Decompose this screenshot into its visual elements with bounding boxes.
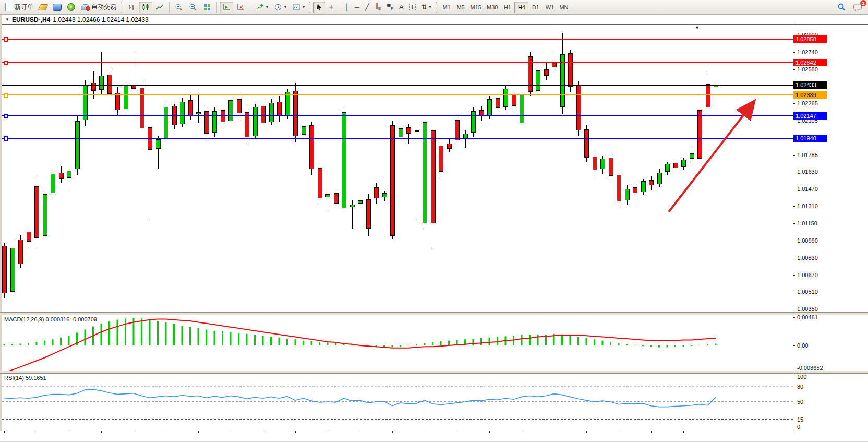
- market-watch-button[interactable]: [37, 2, 50, 13]
- x-axis-tick: [392, 431, 393, 433]
- timeframe-d1-button[interactable]: D1: [528, 2, 542, 13]
- bar-chart-button[interactable]: [125, 2, 138, 13]
- candle-body: [520, 95, 524, 123]
- candle-body: [261, 106, 266, 123]
- level-anchor-marker[interactable]: [4, 136, 8, 141]
- price-chart-area[interactable]: [2, 25, 793, 312]
- macd-histogram-bar: [327, 342, 329, 345]
- level-anchor-marker[interactable]: [4, 93, 8, 98]
- timeframe-h4-button[interactable]: H4: [514, 2, 528, 13]
- timeframe-m5-button[interactable]: M5: [454, 2, 468, 13]
- macd-histogram-bar: [246, 334, 248, 345]
- macd-histogram-bar: [691, 345, 692, 346]
- macd-histogram-bar: [707, 344, 708, 345]
- macd-histogram-bar: [497, 337, 498, 345]
- timeframe-m30-button[interactable]: M30: [484, 2, 500, 13]
- channel-button[interactable]: ∥E: [372, 2, 384, 13]
- candle-body: [228, 100, 233, 121]
- y-axis-tick-label: 1.02580: [797, 66, 818, 73]
- timeframe-m1-button[interactable]: M1: [440, 2, 454, 13]
- macd-histogram-bar: [610, 342, 611, 345]
- candle-body: [447, 144, 452, 149]
- trendline-button[interactable]: ╱: [363, 2, 372, 13]
- notifications-button[interactable]: 1: [851, 2, 865, 13]
- macd-histogram-bar: [189, 327, 191, 345]
- level-anchor-marker[interactable]: [4, 61, 8, 65]
- search-button[interactable]: [835, 2, 849, 13]
- macd-panel[interactable]: [2, 315, 793, 371]
- x-axis-tick: [360, 431, 360, 433]
- horizontal-level-line[interactable]: [2, 62, 793, 63]
- macd-histogram-bar: [11, 344, 13, 345]
- tile-windows-button[interactable]: [200, 2, 214, 13]
- auto-trading-button[interactable]: 自动交易: [78, 2, 119, 13]
- y-axis-tick: [793, 258, 795, 258]
- arrows-button[interactable]: ⇅▾: [419, 2, 434, 13]
- y-axis-tick: [793, 189, 795, 189]
- x-axis-tick: [166, 431, 166, 433]
- chart-shift-button[interactable]: [234, 2, 247, 13]
- y-axis-tick-label: 1.00990: [797, 237, 818, 244]
- indicators-button[interactable]: ▾: [253, 2, 271, 13]
- zoom-out-button[interactable]: [186, 2, 200, 13]
- toolbar-separator: [216, 2, 217, 13]
- vertical-line-button[interactable]: │: [342, 2, 351, 13]
- text-button[interactable]: A: [396, 2, 406, 13]
- candle-body: [180, 102, 185, 124]
- templates-button[interactable]: ▾: [290, 2, 307, 13]
- timeframe-w1-button[interactable]: W1: [542, 2, 557, 13]
- data-window-button[interactable]: [50, 2, 64, 13]
- macd-histogram-bar: [489, 338, 490, 345]
- toolbar-separator: [169, 2, 170, 13]
- macd-histogram-bar: [141, 318, 142, 345]
- candle-body: [269, 103, 274, 122]
- level-anchor-marker[interactable]: [4, 114, 8, 118]
- candlestick-chart-button[interactable]: [139, 2, 152, 13]
- crosshair-button[interactable]: +: [326, 2, 336, 13]
- macd-histogram-bar: [440, 341, 442, 345]
- macd-histogram-bar: [270, 337, 272, 345]
- x-axis-tick: [522, 431, 522, 433]
- candle-body: [487, 99, 492, 115]
- timeframe-m15-button[interactable]: M15: [468, 2, 484, 13]
- zoom-in-button[interactable]: [172, 2, 186, 13]
- template-icon: [292, 3, 300, 11]
- timeframe-h1-button[interactable]: H1: [500, 2, 514, 13]
- line-chart-button[interactable]: [153, 2, 166, 13]
- chart-shift-marker[interactable]: ▼: [695, 25, 700, 30]
- candle-body: [67, 171, 71, 178]
- new-order-icon: [5, 3, 13, 11]
- fibonacci-button[interactable]: ≡F: [384, 2, 395, 13]
- candle-body: [91, 83, 96, 90]
- timeframe-mn-button[interactable]: MN: [557, 2, 571, 13]
- rsi-panel[interactable]: [2, 374, 793, 431]
- horizontal-level-line[interactable]: [2, 94, 793, 95]
- new-order-button[interactable]: 新订单: [3, 2, 36, 13]
- horizontal-line-button[interactable]: ─: [352, 2, 362, 13]
- periods-button[interactable]: ▾: [271, 2, 289, 13]
- macd-label: MACD(12,26,9) 0.000316 -0.000709: [4, 316, 97, 322]
- x-axis-tick: [231, 431, 231, 433]
- candle-body: [366, 199, 371, 229]
- horizontal-level-line[interactable]: [2, 138, 793, 139]
- candle-body: [302, 126, 306, 135]
- cursor-button[interactable]: [313, 2, 326, 13]
- level-anchor-marker[interactable]: [4, 37, 8, 42]
- candle-body: [277, 102, 282, 117]
- sound-alerts-button[interactable]: [65, 2, 78, 13]
- y-axis-tick-label: 1.00670: [797, 272, 818, 278]
- y-axis-tick: [793, 292, 795, 292]
- market-watch-icon: [38, 4, 49, 10]
- x-axis-tick: [37, 431, 37, 433]
- candle-body: [27, 232, 31, 242]
- time-axis[interactable]: 15 Jul 202218 Jul 04:0018 Jul 20:0019 Ju…: [0, 431, 868, 441]
- horizontal-level-line[interactable]: [2, 85, 793, 86]
- auto-scroll-button[interactable]: [220, 2, 233, 13]
- toolbar-grip: [436, 2, 438, 13]
- candle-body: [196, 112, 201, 114]
- toolbar-grip: [121, 2, 123, 13]
- horizontal-level-line[interactable]: [2, 115, 793, 116]
- text-label-button[interactable]: T: [407, 2, 418, 13]
- chart-menu-arrow-icon[interactable]: ▼: [5, 17, 9, 22]
- horizontal-level-line[interactable]: [2, 39, 793, 40]
